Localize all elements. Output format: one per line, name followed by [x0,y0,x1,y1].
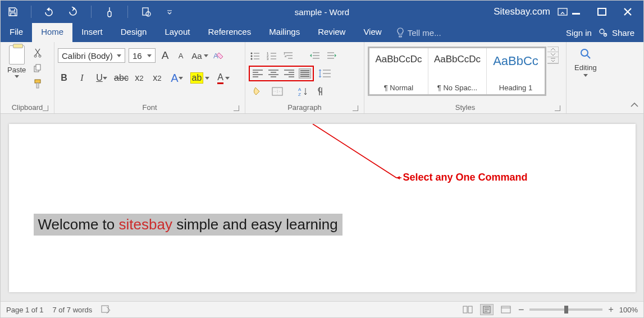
clear-formatting-button[interactable]: A [213,49,225,62]
page-indicator[interactable]: Page 1 of 1 [6,306,44,314]
font-size-combo[interactable]: 16 [129,48,156,63]
show-hide-button[interactable] [314,86,327,97]
sign-in-link[interactable]: Sign in [566,28,592,38]
chevron-down-icon [147,54,152,57]
collapse-ribbon-button[interactable] [630,102,639,110]
copy-button[interactable] [31,62,44,75]
share-label: Share [612,28,634,38]
strikethrough-button[interactable]: abc [115,72,127,84]
web-layout-button[interactable] [499,304,513,315]
highlight-button[interactable]: ab [190,72,209,84]
bold-button[interactable]: B [58,72,70,84]
align-right-button[interactable] [282,68,296,79]
gallery-up-button[interactable] [547,47,558,52]
undo-button[interactable] [43,5,56,19]
align-center-button[interactable] [267,68,280,79]
word-count[interactable]: 7 of 7 words [53,306,93,314]
zoom-thumb[interactable] [564,306,568,314]
group-label-font: Font [142,103,157,112]
bullets-button[interactable] [249,50,262,61]
chevron-down-icon [225,77,230,80]
tab-mailings[interactable]: Mailings [260,23,309,42]
redo-button[interactable] [66,5,80,19]
shading-button[interactable] [249,86,266,97]
editing-button[interactable]: Editing [570,44,601,101]
zoom-in-button[interactable]: + [608,305,613,315]
svg-point-5 [600,29,604,34]
touch-mode-button[interactable] [103,5,116,19]
page[interactable]: Select any One Command Welcome to sitesb… [9,124,636,292]
chevron-down-icon [103,77,107,80]
minimize-button[interactable] [569,5,583,19]
print-preview-button[interactable] [139,5,153,19]
style-no-spacing[interactable]: AaBbCcDc ¶ No Spac... [428,48,486,94]
grow-font-button[interactable]: A [159,49,171,62]
svg-rect-4 [598,8,606,15]
dialog-launcher-icon[interactable] [43,105,48,111]
style-normal[interactable]: AaBbCcDc ¶ Normal [369,48,428,94]
tab-home[interactable]: Home [32,23,72,42]
save-button[interactable] [6,5,20,19]
share-icon [597,27,609,38]
justify-button[interactable] [298,68,312,79]
editing-label: Editing [574,63,597,72]
site-label: Sitesbay.com [494,6,556,17]
callout-text: Select any One Command [403,172,528,183]
proofing-button[interactable] [101,305,111,315]
svg-point-25 [581,49,588,56]
tab-design[interactable]: Design [112,23,156,42]
text-effects-button[interactable]: A [169,72,185,84]
shrink-font-button[interactable]: A [175,49,187,62]
line-spacing-button[interactable] [317,68,334,79]
gallery-more-button[interactable] [547,57,558,63]
selected-text[interactable]: Welcome to sitesbay simple and easy lear… [34,214,342,236]
underline-button[interactable]: U [94,72,109,84]
paste-button[interactable]: Paste [4,44,29,79]
chevron-down-icon [15,75,19,78]
dialog-launcher-icon[interactable] [555,105,560,111]
change-case-button[interactable]: Aa [190,49,209,62]
format-painter-button[interactable] [31,78,44,90]
chevron-down-icon [117,54,121,57]
decrease-indent-button[interactable] [308,50,322,61]
zoom-out-button[interactable]: − [518,304,524,316]
dialog-launcher-icon[interactable] [234,105,239,111]
title-bar: sample - Word Sitesbay.com [1,1,643,23]
align-left-button[interactable] [251,68,264,79]
dialog-launcher-icon[interactable] [353,105,358,111]
share-button[interactable]: Share [597,27,634,38]
svg-rect-30 [468,306,472,313]
numbering-button[interactable]: 123 [266,50,279,61]
tell-me-input[interactable]: Tell me... [391,23,447,42]
font-color-button[interactable]: A [215,72,232,84]
tab-review[interactable]: Review [309,23,354,42]
increase-indent-button[interactable] [325,50,339,61]
zoom-slider[interactable] [529,308,602,311]
cut-button[interactable] [31,47,44,59]
print-layout-button[interactable] [480,304,494,315]
svg-rect-29 [463,306,467,313]
borders-button[interactable] [269,86,286,97]
sort-button[interactable]: AZ [297,86,310,97]
ribbon-display-button[interactable] [556,5,569,19]
read-mode-button[interactable] [461,304,474,315]
multilevel-list-button[interactable]: 1a [282,50,296,61]
tab-references[interactable]: References [199,23,260,42]
tab-file[interactable]: File [1,23,32,42]
svg-text:Z: Z [298,92,301,96]
tab-view[interactable]: View [354,23,390,42]
italic-button[interactable]: I [76,72,88,84]
subscript-button[interactable]: x2 [133,72,145,84]
style-heading-1[interactable]: AaBbCc Heading 1 [486,48,545,94]
group-clipboard: Paste Clipboard [1,42,54,113]
qat-customize-dropdown[interactable] [163,5,176,19]
font-name-combo[interactable]: Calibri (Body) [58,48,125,63]
tab-layout[interactable]: Layout [156,23,199,42]
gallery-down-button[interactable] [547,52,558,57]
tab-insert[interactable]: Insert [72,23,112,42]
close-button[interactable] [621,5,634,19]
maximize-button[interactable] [595,5,609,19]
superscript-button[interactable]: x2 [151,72,163,84]
status-bar: Page 1 of 1 7 of 7 words − + 100% [1,301,643,317]
zoom-level[interactable]: 100% [619,306,638,314]
